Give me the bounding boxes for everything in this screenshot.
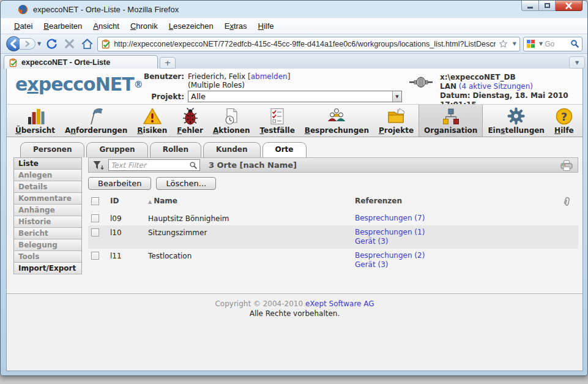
search-input[interactable]: ▼ Go bbox=[523, 37, 582, 51]
filter-funnel-icon[interactable] bbox=[92, 160, 105, 171]
select-all-checkbox[interactable] bbox=[91, 197, 99, 205]
table-row[interactable]: l10 Sitzungszimmer Besprechungen (1) Ger… bbox=[88, 225, 578, 249]
toolbar-item-hilfe[interactable]: ? Hilfe bbox=[549, 105, 579, 137]
toolbar-item-projekte[interactable]: Projekte bbox=[374, 105, 419, 137]
lan-sessions: (4 aktive Sitzungen) bbox=[459, 82, 533, 91]
bookmark-star-icon[interactable] bbox=[499, 39, 508, 48]
warning-icon bbox=[143, 107, 162, 126]
reference-link[interactable]: Besprechungen (2) bbox=[355, 251, 562, 260]
sidebar-item-bericht[interactable]: Bericht bbox=[14, 228, 81, 239]
menu-bearbeiten[interactable]: Bearbeiten bbox=[39, 20, 87, 32]
toolbar-item-risiken[interactable]: Risiken bbox=[132, 105, 172, 137]
table-row[interactable]: l11 Testlocation Besprechungen (2) Gerät… bbox=[88, 249, 578, 272]
menubar: Datei Bearbeiten Ansicht Chronik Lesezei… bbox=[1, 18, 587, 34]
reference-link[interactable]: Gerät (3) bbox=[355, 237, 562, 246]
logo-text: expeccoNET bbox=[15, 73, 134, 95]
row-checkbox[interactable] bbox=[91, 228, 99, 236]
sidebar-item-details[interactable]: Details bbox=[14, 181, 81, 193]
connection-info: x:\expeccoNET_DB LAN (4 aktive Sitzungen… bbox=[440, 69, 582, 104]
forward-button[interactable] bbox=[20, 38, 35, 50]
home-button[interactable] bbox=[80, 37, 94, 51]
menu-hilfe[interactable]: Hilfe bbox=[253, 20, 279, 32]
toolbar-item-anforderungen[interactable]: Anforderungen bbox=[60, 105, 132, 137]
menu-datei[interactable]: Datei bbox=[9, 20, 37, 32]
history-dropdown-icon[interactable]: ▼ bbox=[37, 41, 41, 47]
toolbar-item-einstellungen[interactable]: Einstellungen bbox=[483, 105, 549, 137]
menu-ansicht[interactable]: Ansicht bbox=[88, 20, 124, 32]
url-text[interactable]: http://expecconet/expeccoNET/772edfcb-41… bbox=[114, 40, 496, 48]
row-checkbox[interactable] bbox=[91, 252, 99, 260]
browser-tab-active[interactable]: expeccoNET - Orte-Liste bbox=[4, 55, 158, 69]
delete-button[interactable]: Löschen... bbox=[156, 177, 216, 190]
logout-link[interactable]: abmelden bbox=[251, 72, 288, 81]
new-tab-button[interactable]: + bbox=[160, 57, 176, 69]
site-favicon bbox=[101, 39, 111, 49]
sidebar-item-belegung[interactable]: Belegung bbox=[14, 239, 81, 251]
menu-extras[interactable]: Extras bbox=[220, 20, 252, 32]
toolbar-item-aktionen[interactable]: Aktionen bbox=[208, 105, 255, 137]
text-filter-input[interactable]: Text Filter bbox=[108, 159, 200, 171]
tab-title: expeccoNET - Orte-Liste bbox=[21, 58, 110, 67]
company-link[interactable]: eXept Software AG bbox=[305, 299, 374, 308]
menu-lesezeichen[interactable]: Lesezeichen bbox=[164, 20, 218, 32]
filter-magnifier-icon[interactable] bbox=[189, 161, 198, 170]
toolbar-item-testfaelle[interactable]: Testfälle bbox=[255, 105, 300, 137]
stop-button[interactable] bbox=[62, 37, 76, 51]
url-input[interactable]: http://expecconet/expeccoNET/772edfcb-41… bbox=[97, 37, 520, 51]
page-footer: Copyright © 2004-2010 eXept Software AG … bbox=[7, 293, 582, 371]
project-select[interactable]: Alle ▼ bbox=[188, 91, 402, 102]
sidebar-item-import-export[interactable]: Import/Export bbox=[14, 263, 81, 274]
sidebar-item-kommentare[interactable]: Kommentare bbox=[14, 193, 81, 205]
table-row[interactable]: l09 Hauptsitz Bönnigheim Besprechungen (… bbox=[88, 211, 578, 225]
tab-orte[interactable]: Orte bbox=[262, 142, 307, 157]
toolbar-item-organisation[interactable]: Organisation bbox=[419, 105, 483, 137]
toolbar-item-fehler[interactable]: Fehler bbox=[172, 105, 208, 137]
sidebar-item-anlegen[interactable]: Anlegen bbox=[14, 170, 81, 181]
app-logo: expeccoNET® bbox=[7, 69, 134, 104]
toolbar-item-uebersicht[interactable]: Übersicht bbox=[10, 105, 60, 137]
reload-button[interactable] bbox=[44, 37, 59, 51]
forward-icon bbox=[24, 40, 31, 47]
reference-link[interactable]: Besprechungen (1) bbox=[355, 228, 562, 237]
titlebar[interactable]: expeccoNET - Orte-Liste - Mozilla Firefo… bbox=[1, 1, 587, 18]
project-label: Projekt: bbox=[134, 92, 184, 101]
tab-favicon bbox=[9, 58, 18, 67]
home-icon bbox=[81, 37, 94, 50]
print-icon[interactable] bbox=[559, 159, 574, 171]
navigation-toolbar: ▼ http://expecconet/expecc bbox=[1, 34, 587, 54]
toolbar-item-besprechungen[interactable]: Besprechungen bbox=[300, 105, 374, 137]
maximize-button[interactable] bbox=[539, 1, 556, 11]
tab-rollen[interactable]: Rollen bbox=[150, 142, 201, 157]
tab-kunden[interactable]: Kunden bbox=[203, 142, 260, 157]
bug-icon bbox=[180, 107, 200, 126]
menu-chronik[interactable]: Chronik bbox=[125, 20, 163, 32]
category-tabs: Personen Gruppen Rollen Kunden Orte bbox=[7, 137, 582, 157]
reference-link[interactable]: Gerät (3) bbox=[355, 260, 562, 269]
reference-link[interactable]: Besprechungen (7) bbox=[355, 214, 562, 223]
text-filter-placeholder: Text Filter bbox=[111, 161, 189, 170]
minimize-button[interactable] bbox=[521, 1, 539, 11]
search-engine-dropdown-icon[interactable]: ▼ bbox=[539, 41, 543, 47]
list-all-tabs-button[interactable]: ▼ bbox=[569, 56, 585, 69]
browser-window: expeccoNET - Orte-Liste - Mozilla Firefo… bbox=[0, 0, 588, 376]
search-magnifier-icon[interactable] bbox=[570, 39, 579, 48]
checklist-icon bbox=[267, 107, 287, 126]
project-selected-value: Alle bbox=[188, 92, 392, 101]
column-header-name[interactable]: ▲Name bbox=[148, 197, 355, 205]
tab-personen[interactable]: Personen bbox=[20, 142, 84, 157]
column-header-id[interactable]: ID bbox=[110, 197, 148, 205]
url-dropdown-icon[interactable]: ▼ bbox=[513, 41, 516, 47]
close-button[interactable] bbox=[556, 1, 582, 11]
sidebar-item-tools[interactable]: Tools bbox=[14, 251, 81, 263]
page-viewport: expeccoNET® Benutzer: Friederich, Felix … bbox=[6, 69, 583, 371]
bar-chart-icon bbox=[26, 107, 45, 126]
sidebar-item-anhaenge[interactable]: Anhänge bbox=[14, 205, 81, 216]
sidebar-item-liste[interactable]: Liste bbox=[14, 158, 81, 170]
column-header-referenzen[interactable]: Referenzen bbox=[355, 197, 562, 205]
sidebar-item-historie[interactable]: Historie bbox=[14, 216, 81, 228]
stop-icon bbox=[64, 38, 75, 50]
select-dropdown-icon[interactable]: ▼ bbox=[392, 91, 401, 102]
row-checkbox[interactable] bbox=[91, 214, 99, 222]
edit-button[interactable]: Bearbeiten bbox=[88, 177, 151, 190]
tab-gruppen[interactable]: Gruppen bbox=[86, 142, 147, 157]
